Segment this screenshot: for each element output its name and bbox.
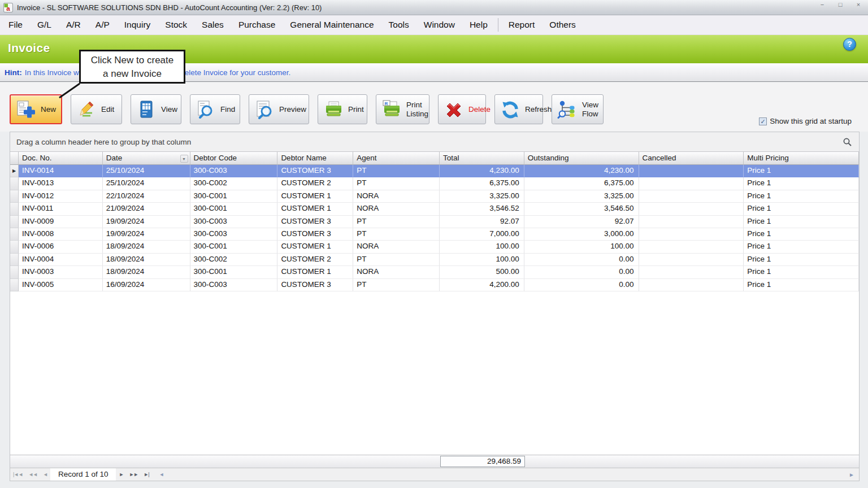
find-icon (196, 100, 216, 119)
menu-item-window[interactable]: Window (416, 15, 462, 34)
menu-item-report[interactable]: Report (501, 15, 542, 34)
cell-multi-pricing: Price 1 (744, 177, 859, 190)
refresh-button-label: Refresh (525, 105, 552, 114)
menu-item-sales[interactable]: Sales (194, 15, 231, 34)
cell-multi-pricing: Price 1 (744, 266, 859, 278)
cell-doc-no: INV-0006 (19, 241, 103, 253)
cell-agent: NORA (353, 266, 440, 278)
print-listing-button[interactable]: RPrint Listing (376, 94, 429, 124)
cell-outstanding: 3,000.00 (524, 228, 639, 241)
cell-date: 25/10/2024 (103, 165, 190, 177)
last-record-button[interactable]: ►| (141, 468, 151, 481)
restore-icon[interactable]: □ (836, 1, 844, 8)
cell-debtor-name: CUSTOMER 1 (277, 203, 353, 215)
cell-doc-no: INV-0008 (19, 228, 103, 241)
invoice-row-inv-0014[interactable]: ▶INV-001425/10/2024300-C003CUSTOMER 3PT4… (10, 165, 859, 177)
cell-date: 16/09/2024 (103, 279, 190, 291)
next-page-button[interactable]: ►► (126, 468, 141, 481)
column-header-debtor-code[interactable]: Debtor Code (190, 151, 278, 165)
column-header-total[interactable]: Total (440, 151, 524, 165)
cell-outstanding: 4,230.00 (524, 165, 639, 177)
cell-doc-no: INV-0005 (19, 279, 103, 291)
menu-separator (498, 18, 498, 32)
cell-multi-pricing: Price 1 (744, 228, 859, 241)
cell-debtor-code: 300-C003 (190, 165, 278, 177)
column-header-date[interactable]: Date▼ (103, 151, 190, 165)
invoice-row-inv-0008[interactable]: INV-000819/09/2024300-C003CUSTOMER 3PT7,… (10, 228, 859, 241)
find-button[interactable]: Find (190, 94, 240, 124)
view-button[interactable]: View (131, 94, 181, 124)
cell-cancelled (639, 203, 744, 215)
group-by-hint: Drag a column header here to group by th… (16, 138, 191, 146)
checkbox-checked-icon[interactable]: ✓ (759, 117, 767, 125)
delete-button[interactable]: Delete (438, 94, 486, 124)
column-header-cancelled[interactable]: Cancelled (639, 151, 744, 165)
cell-multi-pricing: Price 1 (744, 216, 859, 228)
invoice-grid: Drag a column header here to group by th… (10, 132, 860, 468)
tooltip-line1: Click New to create (81, 54, 184, 67)
cell-debtor-code: 300-C001 (190, 266, 278, 278)
print-button[interactable]: Print (318, 94, 367, 124)
column-header-multi-pricing[interactable]: Multi Pricing (744, 151, 859, 165)
first-record-button[interactable]: |◄◄ (10, 468, 25, 481)
window-title: Invoice - SL SOFTWARE SOLUTIONS SDN BHD … (17, 3, 322, 12)
menu-item-stock[interactable]: Stock (158, 15, 194, 34)
new-button-label: New (41, 105, 56, 114)
menu-item-a-p[interactable]: A/P (88, 15, 117, 34)
invoice-row-inv-0004[interactable]: INV-000418/09/2024300-C002CUSTOMER 2PT10… (10, 254, 859, 266)
menu-item-purchase[interactable]: Purchase (231, 15, 283, 34)
cell-debtor-name: CUSTOMER 3 (277, 165, 353, 177)
view-flow-button[interactable]: View Flow (552, 94, 604, 124)
next-record-button[interactable]: ► (116, 468, 126, 481)
invoice-row-inv-0006[interactable]: INV-000618/09/2024300-C001CUSTOMER 1NORA… (10, 241, 859, 253)
cell-multi-pricing: Price 1 (744, 279, 859, 291)
cell-debtor-name: CUSTOMER 2 (277, 177, 353, 190)
column-header-agent[interactable]: Agent (353, 151, 440, 165)
record-counter: Record 1 of 10 (50, 468, 116, 481)
menu-item-general-maintenance[interactable]: General Maintenance (283, 15, 381, 34)
invoice-row-inv-0011[interactable]: INV-001121/09/2024300-C001CUSTOMER 1NORA… (10, 203, 859, 215)
cell-total: 92.07 (440, 216, 524, 228)
cell-date: 19/09/2024 (103, 228, 190, 241)
menu-item-g-l[interactable]: G/L (30, 15, 59, 34)
group-by-panel[interactable]: Drag a column header here to group by th… (10, 132, 859, 151)
show-grid-startup-label: Show this grid at startup (770, 117, 852, 125)
hscroll-right-icon[interactable]: ► (849, 472, 854, 478)
grid-empty-area (10, 291, 859, 455)
prior-record-button[interactable]: ◄ (40, 468, 50, 481)
refresh-button[interactable]: Refresh (494, 94, 543, 124)
preview-button-label: Preview (279, 105, 306, 114)
menu-item-help[interactable]: Help (462, 15, 495, 34)
menu-item-inquiry[interactable]: Inquiry (117, 15, 158, 34)
column-header-doc-no[interactable]: Doc. No. (19, 151, 103, 165)
cell-doc-no: INV-0004 (19, 254, 103, 266)
preview-button[interactable]: Preview (249, 94, 309, 124)
menu-item-others[interactable]: Others (542, 15, 583, 34)
menu-item-a-r[interactable]: A/R (59, 15, 88, 34)
hscroll-left-icon[interactable]: ◄ (156, 468, 166, 481)
sort-descending-icon[interactable]: ▼ (180, 155, 188, 163)
close-icon[interactable]: × (854, 1, 862, 8)
search-icon[interactable] (843, 137, 852, 147)
column-header-outstanding[interactable]: Outstanding (524, 151, 639, 165)
cell-debtor-name: CUSTOMER 3 (277, 228, 353, 241)
preview-icon (254, 100, 275, 119)
invoice-row-inv-0005[interactable]: INV-000516/09/2024300-C003CUSTOMER 3PT4,… (10, 279, 859, 291)
cell-debtor-name: CUSTOMER 1 (277, 266, 353, 278)
toolbar: NewEditViewFindPreviewPrintRPrint Listin… (0, 82, 868, 132)
help-icon[interactable]: ? (843, 38, 856, 51)
menu-item-tools[interactable]: Tools (381, 15, 416, 34)
cell-cancelled (639, 190, 744, 203)
invoice-row-inv-0003[interactable]: INV-000318/09/2024300-C001CUSTOMER 1NORA… (10, 266, 859, 278)
invoice-row-inv-0009[interactable]: INV-000919/09/2024300-C003CUSTOMER 3PT92… (10, 216, 859, 228)
invoice-row-inv-0013[interactable]: INV-001325/10/2024300-C002CUSTOMER 2PT6,… (10, 177, 859, 190)
show-grid-startup-checkbox[interactable]: ✓ Show this grid at startup (759, 117, 852, 125)
row-indicator (10, 203, 19, 215)
minimize-icon[interactable]: − (818, 1, 826, 8)
prior-page-button[interactable]: ◄◄ (25, 468, 40, 481)
cell-outstanding: 100.00 (524, 241, 639, 253)
edit-button-label: Edit (101, 105, 114, 114)
menu-item-file[interactable]: File (1, 15, 30, 34)
column-header-debtor-name[interactable]: Debtor Name (277, 151, 353, 165)
invoice-row-inv-0012[interactable]: INV-001222/10/2024300-C001CUSTOMER 1NORA… (10, 190, 859, 203)
